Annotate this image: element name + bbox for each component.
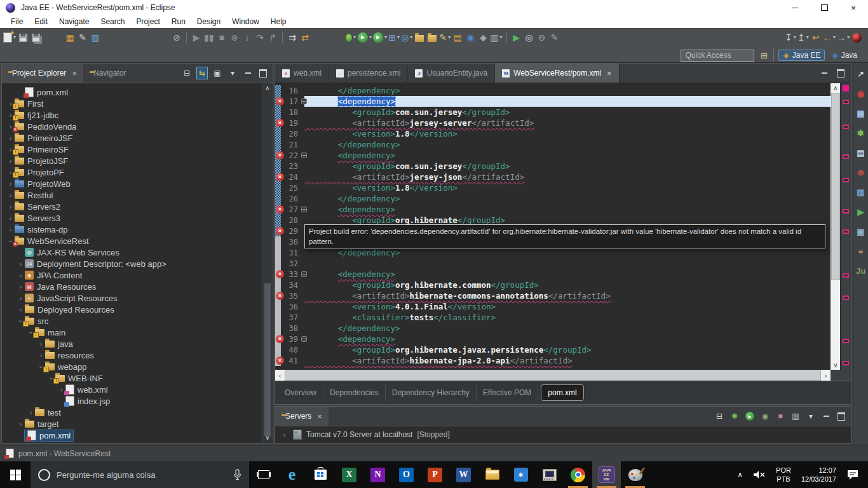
server-column-button[interactable]: ▥▾ bbox=[490, 30, 502, 44]
dropdown-arrow-icon[interactable]: ▾ bbox=[410, 35, 412, 40]
sphere-icon[interactable] bbox=[851, 30, 862, 44]
onenote-icon[interactable]: N bbox=[363, 461, 392, 488]
tree-item-webservicerest[interactable]: ›WebServiceRest bbox=[3, 235, 263, 247]
tree-item-projetopf[interactable]: ›ProjetoPF bbox=[3, 166, 263, 178]
error-overview-marker-7[interactable] bbox=[843, 273, 849, 278]
close-icon[interactable]: × bbox=[72, 69, 77, 78]
new-wizard-button[interactable]: ▾ bbox=[3, 30, 16, 44]
collapse-all-button[interactable]: ⊟ bbox=[714, 410, 724, 422]
chevron-right-icon[interactable]: › bbox=[6, 158, 15, 165]
restore-window-button[interactable] bbox=[810, 0, 839, 15]
last-edit-location-button[interactable]: ↩ bbox=[810, 30, 822, 44]
error-overview-marker-6[interactable] bbox=[843, 229, 849, 234]
error-marker-icon[interactable]: × bbox=[276, 227, 284, 235]
edge-icon[interactable]: e bbox=[278, 461, 306, 488]
dosbox-icon[interactable] bbox=[535, 461, 564, 488]
eclipse-icon[interactable]: JAVA EEIDE bbox=[592, 461, 621, 488]
servers-view-icon[interactable]: ▣ bbox=[855, 226, 867, 237]
editor-tab-web-xml[interactable]: xweb.xml bbox=[275, 64, 329, 83]
skip-breakpoints-button[interactable]: ⊘ bbox=[171, 30, 182, 44]
new-java-project-button[interactable]: ⊞▾ bbox=[388, 30, 400, 44]
editor-vertical-scrollbar[interactable]: ∧ ∨ bbox=[831, 83, 841, 370]
chevron-right-icon[interactable]: › bbox=[37, 341, 45, 348]
close-window-button[interactable]: × bbox=[839, 0, 868, 15]
editor-tab-usuarioentity-java[interactable]: JUsuarioEntity.java bbox=[408, 64, 495, 83]
menu-item-help[interactable]: Help bbox=[265, 16, 292, 27]
editor-horizontal-scrollbar[interactable]: ‹ › bbox=[275, 370, 831, 381]
link-with-editor-button[interactable]: ⇆ bbox=[197, 67, 207, 79]
clock[interactable]: 12:07 12/03/2017 bbox=[801, 466, 836, 484]
quick-access-input[interactable]: Quick Access bbox=[681, 50, 754, 62]
tree-item-primeirosf[interactable]: ›PrimeiroSF bbox=[3, 144, 263, 155]
chevron-right-icon[interactable]: › bbox=[17, 261, 25, 268]
pom-tab-overview[interactable]: Overview bbox=[278, 385, 323, 400]
error-log-view-icon[interactable]: ⊗ bbox=[855, 166, 867, 178]
tree-item-jpa-content[interactable]: ›◈JPA Content bbox=[3, 269, 263, 281]
tab-servers[interactable]: Servers× bbox=[275, 407, 329, 426]
run-button[interactable]: ▶▾ bbox=[358, 30, 372, 44]
tree-item-restful[interactable]: ›Restful bbox=[3, 189, 263, 201]
resume-button[interactable]: ▶ bbox=[191, 30, 202, 44]
tree-item-sistema-dp[interactable]: ›sistema-dp bbox=[3, 224, 263, 235]
tree-item-target[interactable]: ›target bbox=[3, 418, 263, 430]
tree-item-index-jsp[interactable]: index.jsp bbox=[3, 395, 263, 407]
new-web-service-button[interactable]: ◎▾ bbox=[401, 30, 412, 44]
javadoc-icon[interactable]: ✎ bbox=[77, 30, 88, 44]
chevron-right-icon[interactable]: › bbox=[6, 203, 15, 210]
run-history-button[interactable]: ▶▾ bbox=[373, 30, 387, 44]
step-return-button[interactable]: ↱ bbox=[267, 30, 278, 44]
tree-item-first[interactable]: ›First bbox=[3, 98, 263, 109]
tree-item-servers2[interactable]: ›Servers2 bbox=[3, 201, 263, 212]
console-shortcut-icon[interactable]: ▥ bbox=[90, 30, 101, 44]
save-all-button[interactable] bbox=[30, 30, 41, 44]
tree-item-projetoweb[interactable]: ›ProjetoWeb bbox=[3, 178, 263, 189]
close-icon[interactable]: × bbox=[607, 69, 612, 78]
error-overview-marker-3[interactable] bbox=[843, 154, 849, 159]
import-folder-button[interactable] bbox=[426, 30, 438, 44]
tree-item-deployment-descriptor-web-app[interactable]: ›24Deployment Descriptor: <web app> bbox=[3, 258, 263, 269]
server-entry[interactable]: › Tomcat v7.0 Server at localhost [Stopp… bbox=[275, 426, 851, 443]
error-marker-icon[interactable]: × bbox=[276, 335, 284, 343]
tree-item-java[interactable]: ›java bbox=[3, 338, 263, 349]
next-edit-button[interactable]: ↥▾ bbox=[797, 30, 809, 44]
chevron-right-icon[interactable]: › bbox=[6, 192, 15, 199]
tree-item-web-inf[interactable]: ›WEB-INF bbox=[3, 372, 263, 384]
dropdown-arrow-icon[interactable]: ▾ bbox=[353, 35, 356, 40]
link-with-editor-toolbar-button[interactable]: ⇄ bbox=[299, 30, 311, 44]
explorer-scrollbar[interactable]: ∧ ∨ bbox=[262, 83, 272, 442]
dropdown-arrow-icon[interactable]: ▾ bbox=[847, 35, 850, 40]
properties-view-icon[interactable]: ▦ bbox=[855, 107, 867, 119]
mark-occurrences-button[interactable]: ✎ bbox=[549, 30, 560, 44]
outlook-icon[interactable]: O bbox=[392, 461, 421, 488]
store-icon[interactable] bbox=[306, 461, 335, 488]
pause-button[interactable]: ▮▮ bbox=[203, 30, 215, 44]
back-button[interactable]: ←▾ bbox=[823, 30, 836, 44]
start-server-button[interactable]: ▶ bbox=[745, 410, 755, 422]
photos-icon[interactable]: ✶ bbox=[506, 461, 535, 488]
error-marker-icon[interactable]: × bbox=[276, 205, 284, 214]
error-overview-marker-9[interactable] bbox=[843, 339, 849, 343]
chevron-right-icon[interactable]: › bbox=[6, 180, 15, 187]
menu-item-edit[interactable]: Edit bbox=[29, 16, 53, 27]
gimp-icon[interactable] bbox=[621, 461, 649, 488]
chevron-right-icon[interactable]: › bbox=[17, 306, 25, 313]
error-marker-icon[interactable]: × bbox=[276, 270, 284, 278]
tree-item-main[interactable]: ›main bbox=[3, 327, 263, 338]
error-marker-icon[interactable]: × bbox=[276, 173, 284, 181]
word-icon[interactable]: W bbox=[449, 461, 478, 488]
tree-item-resources[interactable]: ›resources bbox=[3, 349, 263, 361]
chevron-right-icon[interactable]: › bbox=[17, 283, 25, 290]
focus-on-active-task-button[interactable]: ▣ bbox=[212, 67, 222, 79]
debug-button[interactable]: ▾ bbox=[345, 30, 356, 44]
minimize-view-button[interactable] bbox=[821, 410, 831, 422]
chevron-right-icon[interactable]: › bbox=[17, 421, 25, 428]
pom-tab-pom-xml[interactable]: pom.xml bbox=[541, 384, 583, 401]
outline-view-icon[interactable]: ▤ bbox=[855, 147, 867, 158]
stop-server-button[interactable]: ■ bbox=[775, 410, 785, 422]
powerpoint-icon[interactable]: P bbox=[421, 461, 449, 488]
chevron-right-icon[interactable]: › bbox=[6, 226, 15, 233]
remove-button[interactable]: ⊖ bbox=[536, 30, 548, 44]
tree-item-servers3[interactable]: ›Servers3 bbox=[3, 212, 263, 224]
error-marker-icon[interactable]: × bbox=[276, 151, 284, 159]
tree-item-src[interactable]: ›src bbox=[3, 315, 263, 327]
